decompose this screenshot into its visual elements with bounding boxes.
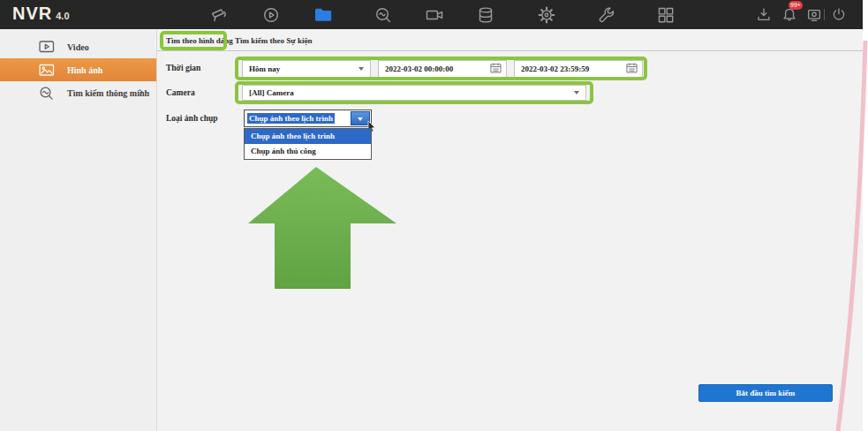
power-icon	[830, 6, 848, 24]
maintenance-icon	[597, 5, 616, 25]
capture-type-select[interactable]: Chụp ảnh theo lịch trình	[244, 110, 372, 127]
apps-icon	[656, 5, 676, 25]
app-version: 4.0	[56, 11, 69, 21]
sidebar-item-label: Video	[67, 42, 89, 52]
start-time-input[interactable]: 2022-03-02 00:00:00	[378, 60, 507, 78]
tab-search-by-appearance[interactable]: Tìm theo hình dáng	[166, 36, 233, 45]
caret-down-icon	[359, 67, 364, 71]
camera-icon	[425, 5, 444, 25]
tab-search-by-event[interactable]: Tìm kiếm theo Sự kiện	[235, 36, 312, 45]
smart-analysis-button[interactable]	[373, 4, 394, 26]
capture-type-dropdown: Chụp ảnh theo lịch trình Chụp ảnh thủ cô…	[244, 128, 372, 160]
sidebar-item-images[interactable]: Hình ảnh	[0, 58, 156, 81]
download-button[interactable]	[753, 4, 774, 26]
time-preset-value: Hôm nay	[249, 64, 280, 73]
settings-button[interactable]	[536, 4, 557, 26]
power-button[interactable]	[828, 4, 849, 26]
storage-icon	[476, 5, 495, 25]
playback-icon	[261, 5, 281, 25]
capture-type-value: Chụp ảnh theo lịch trình	[247, 113, 335, 124]
time-label: Thời gian	[166, 64, 200, 72]
live-view-button[interactable]	[208, 4, 230, 26]
settings-icon	[537, 5, 556, 25]
download-icon	[755, 6, 773, 24]
storage-button[interactable]	[475, 4, 496, 26]
combo-dropdown-button[interactable]	[351, 111, 370, 125]
end-time-input[interactable]: 2022-03-02 23:59:59	[514, 60, 643, 78]
header: NVR4.0	[0, 0, 863, 29]
alarm-badge: 99+	[789, 1, 803, 10]
start-time-value: 2022-03-02 00:00:00	[385, 64, 453, 73]
playback-button[interactable]	[260, 4, 282, 26]
video-icon	[39, 40, 55, 55]
caret-down-icon	[574, 91, 579, 95]
dropdown-option-scheduled[interactable]: Chụp ảnh theo lịch trình	[245, 129, 371, 144]
local-device-button[interactable]	[804, 4, 825, 26]
calendar-icon[interactable]	[626, 63, 638, 76]
app-logo: NVR4.0	[12, 4, 70, 24]
camera-select[interactable]: [All] Camera	[242, 85, 586, 101]
camera-value: [All] Camera	[249, 88, 294, 97]
sidebar: Video Hình ảnh Tìm kiếm thông minh	[0, 29, 157, 431]
tab-separator	[157, 50, 863, 51]
camera-button[interactable]	[424, 4, 445, 26]
file-management-icon	[313, 5, 333, 25]
sidebar-item-video[interactable]: Video	[0, 35, 156, 58]
calendar-icon[interactable]	[490, 63, 502, 76]
apps-button[interactable]	[655, 4, 676, 26]
header-divider	[824, 9, 825, 20]
local-device-icon	[805, 6, 823, 24]
image-icon	[39, 63, 55, 78]
time-preset-select[interactable]: Hôm nay	[242, 60, 371, 78]
smart-analysis-icon	[374, 5, 393, 25]
start-search-button[interactable]: Bắt đầu tìm kiếm	[698, 384, 833, 402]
camera-label: Camera	[166, 88, 195, 97]
app-title: NVR	[12, 4, 52, 23]
live-view-icon	[209, 5, 229, 25]
capture-type-label: Loại ảnh chụp	[166, 114, 218, 123]
nvr-screen: NVR4.0	[0, 0, 868, 431]
app-window: NVR4.0	[0, 0, 863, 431]
file-management-button[interactable]	[313, 4, 334, 26]
sidebar-item-label: Hình ảnh	[67, 65, 102, 75]
sidebar-item-smart-search[interactable]: Tìm kiếm thông minh	[0, 81, 156, 104]
dropdown-option-manual[interactable]: Chụp ảnh thủ công	[245, 144, 371, 159]
smart-search-icon	[39, 86, 55, 101]
maintenance-button[interactable]	[596, 4, 617, 26]
end-time-value: 2022-03-02 23:59:59	[521, 64, 589, 73]
